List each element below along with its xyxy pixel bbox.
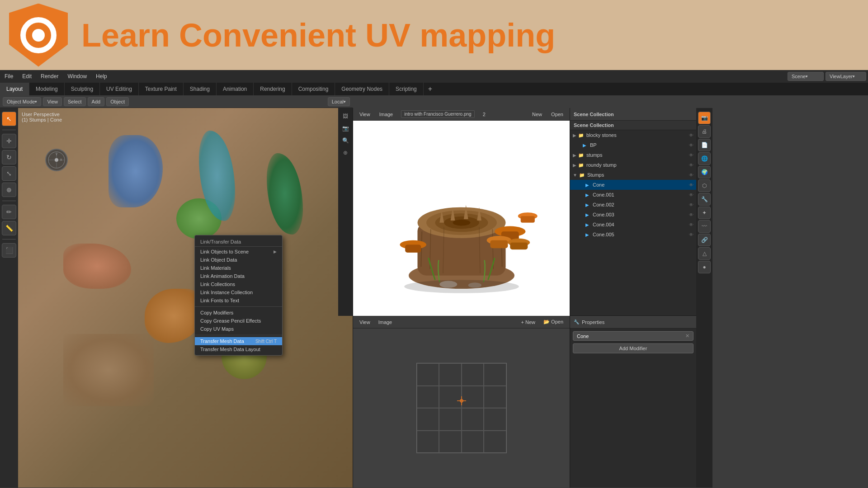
uv-view-btn[interactable]: View — [357, 319, 373, 325]
outliner-item-stumps-collection[interactable]: ▼ 📁 Stumps 👁 — [570, 170, 696, 180]
menu-item-edit[interactable]: Edit — [18, 70, 36, 83]
transform-tool[interactable]: ⊕ — [2, 183, 16, 197]
visibility-icon-cone001[interactable]: 👁 — [689, 192, 693, 197]
viewport-zoom-btn[interactable]: 🔍 — [340, 135, 351, 146]
add-btn[interactable]: Add — [88, 97, 105, 106]
img-open-btn[interactable]: Open — [548, 112, 566, 117]
navigation-widget[interactable]: Y X — [45, 149, 68, 171]
measure-tool[interactable]: 📏 — [2, 221, 16, 235]
img-view-btn[interactable]: View — [357, 112, 373, 117]
menu-copy-uv-maps[interactable]: Copy UV Maps — [195, 325, 282, 333]
visibility-icon-cone003[interactable]: 👁 — [689, 212, 693, 217]
tab-shading[interactable]: Shading — [184, 83, 217, 95]
menu-link-materials[interactable]: Link Materials — [195, 264, 282, 272]
viewlayer-selector[interactable]: ViewLayer — [826, 72, 866, 81]
visibility-icon-cone004[interactable]: 👁 — [689, 222, 693, 227]
outliner-item-cone002[interactable]: ▶ Cone.002 👁 — [570, 200, 696, 210]
menu-link-instance-collection[interactable]: Link Instance Collection — [195, 288, 282, 296]
svg-point-32 — [404, 280, 519, 293]
visibility-icon-roundy[interactable]: 👁 — [689, 163, 693, 168]
img-new-btn[interactable]: New — [529, 112, 545, 117]
menu-transfer-mesh-data-layout[interactable]: Transfer Mesh Data Layout — [195, 345, 282, 353]
menu-item-help[interactable]: Help — [91, 70, 112, 83]
scale-tool[interactable]: ⤡ — [2, 166, 16, 181]
tab-geometry-nodes[interactable]: Geometry Nodes — [335, 83, 389, 95]
scene-selector[interactable]: Scene — [788, 72, 824, 81]
menu-copy-modifiers[interactable]: Copy Modifiers — [195, 309, 282, 317]
tab-compositing[interactable]: Compositing — [292, 83, 335, 95]
view-btn[interactable]: View — [43, 97, 62, 106]
visibility-icon-blocky-stones[interactable]: 👁 — [689, 133, 693, 138]
main-viewport[interactable]: User Perspective (1) Stumps | Cone Y X — [18, 108, 353, 488]
menu-copy-grease-pencil[interactable]: Copy Grease Pencil Effects — [195, 317, 282, 325]
visibility-icon-cone[interactable]: 👁 — [689, 183, 693, 188]
uv-canvas-area[interactable] — [353, 328, 570, 488]
visibility-icon-stumps[interactable]: 👁 — [689, 153, 693, 158]
uv-image-btn[interactable]: Image — [376, 319, 395, 325]
close-icon: ✕ — [685, 333, 689, 339]
add-workspace-tab[interactable]: + — [424, 83, 437, 95]
menu-link-animation-data[interactable]: Link Animation Data — [195, 272, 282, 280]
visibility-icon-cone005[interactable]: 👁 — [689, 232, 693, 237]
menu-item-window[interactable]: Window — [63, 70, 91, 83]
tab-scripting[interactable]: Scripting — [389, 83, 424, 95]
add-modifier-button[interactable]: Add Modifier — [573, 343, 693, 353]
menu-link-object-data[interactable]: Link Object Data — [195, 256, 282, 264]
scene-props-btn[interactable]: 🌐 — [698, 152, 711, 165]
tab-modeling[interactable]: Modeling — [29, 83, 65, 95]
tab-uv-editing[interactable]: UV Editing — [100, 83, 139, 95]
move-tool[interactable]: ✛ — [2, 134, 16, 148]
material-props-btn[interactable]: ● — [698, 261, 711, 273]
outliner-item-roundy-stump[interactable]: ▶ 📁 roundy stump 👁 — [570, 160, 696, 170]
outliner-item-blocky-stones[interactable]: ▶ 📁 blocky stones 👁 — [570, 130, 696, 140]
object-name-field[interactable]: Cone ✕ — [573, 331, 693, 341]
outliner-item-cone[interactable]: ▶ Cone 👁 — [570, 180, 696, 190]
tab-layout[interactable]: Layout — [0, 83, 29, 95]
render-props-btn[interactable]: 📷 — [698, 112, 711, 124]
visibility-icon-bp[interactable]: 👁 — [689, 143, 693, 148]
visibility-icon-stumps-col[interactable]: 👁 — [689, 173, 693, 178]
particles-props-btn[interactable]: ✦ — [698, 206, 711, 219]
select-tool[interactable]: ↖ — [2, 112, 16, 126]
constraints-props-btn[interactable]: 🔗 — [698, 234, 711, 246]
viewport-nav-btn[interactable]: ⊕ — [340, 147, 351, 158]
transform-selector[interactable]: Local — [328, 97, 350, 106]
modifier-props-btn[interactable]: 🔧 — [698, 193, 711, 206]
menu-link-collections[interactable]: Link Collections — [195, 280, 282, 288]
outliner-item-cone001[interactable]: ▶ Cone.001 👁 — [570, 190, 696, 200]
menu-item-file[interactable]: File — [0, 70, 18, 83]
menu-link-objects-to-scene[interactable]: Link Objects to Scene ▶ — [195, 248, 282, 256]
select-btn[interactable]: Select — [64, 97, 86, 106]
rotate-tool[interactable]: ↻ — [2, 150, 16, 164]
object-btn[interactable]: Object — [106, 97, 129, 106]
physics-props-btn[interactable]: 〰 — [698, 220, 711, 233]
uv-open-btn[interactable]: 📂 Open — [541, 319, 566, 325]
outliner-item-cone005[interactable]: ▶ Cone.005 👁 — [570, 230, 696, 239]
mode-selector[interactable]: Object Mode — [3, 97, 41, 106]
menu-transfer-mesh-data[interactable]: Transfer Mesh Data Shift Ctrl T — [195, 337, 282, 345]
tab-animation[interactable]: Animation — [217, 83, 254, 95]
data-props-btn[interactable]: △ — [698, 247, 711, 260]
tab-sculpting[interactable]: Sculpting — [65, 83, 100, 95]
outliner-item-bp[interactable]: ▶ BP 👁 — [570, 140, 696, 150]
menu-item-render[interactable]: Render — [36, 70, 63, 83]
img-image-btn[interactable]: Image — [377, 112, 396, 117]
object-props-btn[interactable]: ⬡ — [698, 179, 711, 192]
output-props-btn[interactable]: 🖨 — [698, 125, 711, 138]
outliner-label-stumps: stumps — [586, 152, 602, 158]
outliner-item-cone004[interactable]: ▶ Cone.004 👁 — [570, 220, 696, 230]
blender-logo — [9, 4, 68, 67]
visibility-icon-cone002[interactable]: 👁 — [689, 202, 693, 207]
viewport-camera-btn[interactable]: 📷 — [340, 123, 351, 134]
view-layer-props-btn[interactable]: 📄 — [698, 139, 711, 151]
outliner-item-cone003[interactable]: ▶ Cone.003 👁 — [570, 210, 696, 220]
outliner-item-stumps[interactable]: ▶ 📁 stumps 👁 — [570, 150, 696, 160]
menu-link-fonts-to-text[interactable]: Link Fonts to Text — [195, 296, 282, 305]
tab-rendering[interactable]: Rendering — [254, 83, 292, 95]
world-props-btn[interactable]: 🌍 — [698, 166, 711, 178]
add-cube-tool[interactable]: ⬛ — [2, 243, 16, 258]
tab-texture-paint[interactable]: Texture Paint — [139, 83, 184, 95]
uv-new-btn[interactable]: + New — [519, 319, 538, 325]
annotate-tool[interactable]: ✏ — [2, 205, 16, 219]
viewport-render-btn[interactable]: 🖼 — [340, 111, 351, 122]
